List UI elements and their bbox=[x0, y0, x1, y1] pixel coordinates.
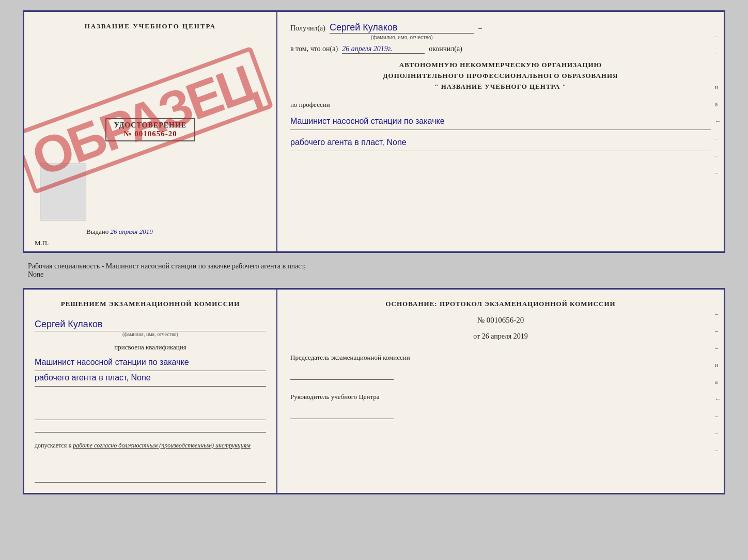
vtom-label: в том, что он(а) bbox=[290, 45, 338, 53]
middle-text-line1: Рабочая специальность - Машинист насосно… bbox=[28, 262, 720, 270]
cert-title: НАЗВАНИЕ УЧЕБНОГО ЦЕНТРА bbox=[85, 22, 216, 30]
udostoverenie-box: УДОСТОВЕРЕНИЕ № 0010656-20 bbox=[105, 118, 195, 141]
poluchil-label: Получил(а) bbox=[290, 24, 325, 33]
predsedatel-sign-line bbox=[290, 364, 394, 380]
protocol-date-prefix: от bbox=[473, 332, 480, 340]
poluchil-row: Получил(а) Сергей Кулаков (фамилия, имя,… bbox=[290, 22, 711, 34]
protocol-date: от 26 апреля 2019 bbox=[290, 332, 711, 341]
middle-text-line2: None bbox=[28, 270, 720, 279]
okonchil-label: окончил(а) bbox=[429, 45, 462, 53]
bottom-name-container: Сергей Кулаков (фамилия, имя, отчество) bbox=[35, 319, 266, 337]
qualification-lines: Машинист насосной станции по закачке раб… bbox=[35, 358, 266, 387]
rukovoditel-label: Руководитель учебного Центра bbox=[290, 393, 711, 401]
middle-text-block: Рабочая специальность - Машинист насосно… bbox=[23, 258, 725, 283]
vtom-row: в том, что он(а) 26 апреля 2019г. окончи… bbox=[290, 45, 711, 54]
mp-label: М.П. bbox=[35, 239, 49, 247]
right-side-marks2: – – – и а ← – – – bbox=[715, 310, 721, 454]
org-line2: ДОПОЛНИТЕЛЬНОГО ПРОФЕССИОНАЛЬНОГО ОБРАЗО… bbox=[290, 71, 711, 82]
cert-bottom-right: Основание: протокол экзаменационной коми… bbox=[277, 290, 724, 493]
osnovanie-title: Основание: протокол экзаменационной коми… bbox=[290, 300, 711, 308]
vydano-date: 26 апреля 2019 bbox=[111, 228, 153, 235]
udostoverenie-label: УДОСТОВЕРЕНИЕ bbox=[114, 121, 186, 130]
prisvoena-label: присвоена квалификация bbox=[35, 343, 266, 351]
bottom-extra-lines bbox=[35, 473, 266, 483]
dash1: – bbox=[478, 24, 482, 33]
predsedatel-block: Председатель экзаменационной комиссии bbox=[290, 354, 711, 380]
protocol-date-value: 26 апреля 2019 bbox=[482, 332, 528, 340]
bottom-signature-lines bbox=[35, 411, 266, 433]
profession-line2: рабочего агента в пласт, None bbox=[290, 138, 711, 151]
org-quote: " НАЗВАНИЕ УЧЕБНОГО ЦЕНТРА " bbox=[290, 82, 711, 92]
org-line1: АВТОНОМНУЮ НЕКОММЕРЧЕСКУЮ ОРГАНИЗАЦИЮ bbox=[290, 60, 711, 71]
photo-placeholder bbox=[40, 164, 86, 220]
cert-top-left: НАЗВАНИЕ УЧЕБНОГО ЦЕНТРА ОБРАЗЕЦ УДОСТОВ… bbox=[24, 12, 277, 251]
vydano-row: Выдано 26 апреля 2019 bbox=[86, 228, 153, 236]
dopuskaetsya-row: допускается к работе согласно должностны… bbox=[35, 442, 266, 450]
certificate-bottom: Решением экзаменационной комиссии Сергей… bbox=[23, 288, 725, 494]
cert-bottom-left: Решением экзаменационной комиссии Сергей… bbox=[24, 290, 277, 493]
cert-top-right: Получил(а) Сергей Кулаков (фамилия, имя,… bbox=[277, 12, 724, 251]
bottom-name-subtext: (фамилия, имя, отчество) bbox=[35, 331, 266, 337]
poluchil-subtext: (фамилия, имя, отчество) bbox=[371, 35, 433, 40]
rukovoditel-sign-line bbox=[290, 404, 394, 419]
right-side-marks: – – – и а ← – – – bbox=[715, 33, 721, 177]
resheniem-title: Решением экзаменационной комиссии bbox=[35, 300, 266, 308]
certificate-top: НАЗВАНИЕ УЧЕБНОГО ЦЕНТРА ОБРАЗЕЦ УДОСТОВ… bbox=[23, 10, 725, 253]
dopusk-text: работе согласно должностным (производств… bbox=[73, 442, 251, 449]
profession-line1: Машинист насосной станции по закачке bbox=[290, 117, 711, 130]
qual-line1: Машинист насосной станции по закачке bbox=[35, 358, 266, 371]
protocol-num: № 0010656-20 bbox=[290, 316, 711, 325]
bottom-name: Сергей Кулаков bbox=[35, 319, 266, 331]
udostoverenie-num: № 0010656-20 bbox=[114, 130, 186, 138]
qual-line2: рабочего агента в пласт, None bbox=[35, 373, 266, 387]
dopusk-prefix: допускается к bbox=[35, 442, 71, 449]
org-block: АВТОНОМНУЮ НЕКОММЕРЧЕСКУЮ ОРГАНИЗАЦИЮ ДО… bbox=[290, 60, 711, 92]
vydano-label: Выдано bbox=[86, 228, 108, 235]
vtom-date: 26 апреля 2019г. bbox=[342, 45, 425, 54]
poluchil-name: Сергей Кулаков (фамилия, имя, отчество) bbox=[330, 22, 474, 34]
udostoverenie-container: УДОСТОВЕРЕНИЕ № 0010656-20 bbox=[105, 98, 195, 144]
po-professii-label: по профессии bbox=[290, 101, 711, 109]
predsedatel-label: Председатель экзаменационной комиссии bbox=[290, 354, 711, 362]
rukovoditel-block: Руководитель учебного Центра bbox=[290, 393, 711, 419]
